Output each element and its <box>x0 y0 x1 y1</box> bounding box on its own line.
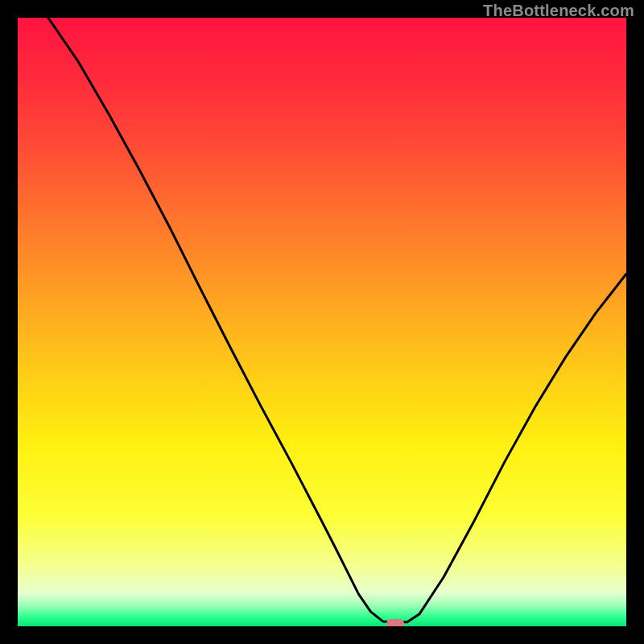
background-gradient <box>18 18 626 626</box>
svg-rect-0 <box>18 18 626 626</box>
image-frame: TheBottleneck.com <box>0 0 644 644</box>
watermark-text: TheBottleneck.com <box>483 2 634 20</box>
plot-area <box>18 18 626 626</box>
